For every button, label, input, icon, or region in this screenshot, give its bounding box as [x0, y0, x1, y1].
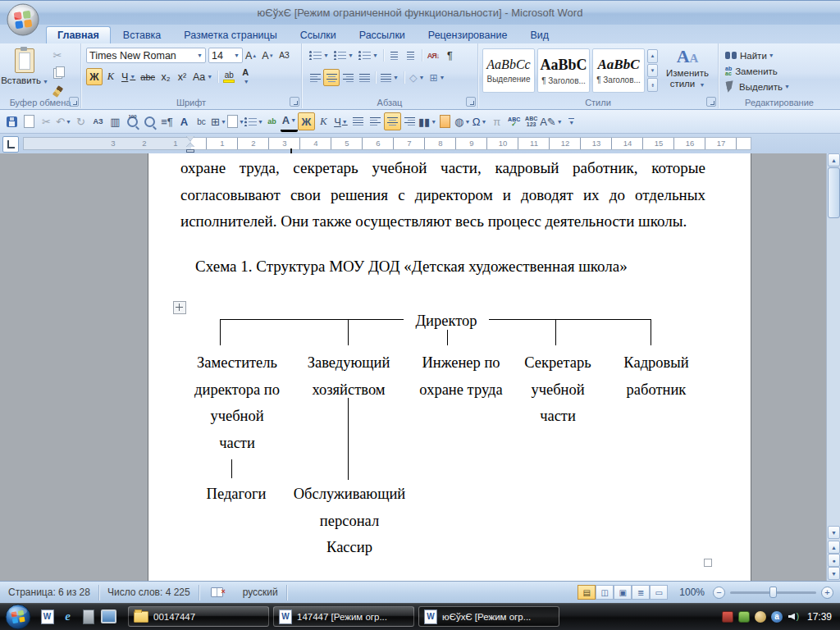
taskbar-clock[interactable]: 17:39 — [807, 611, 832, 623]
align-left-button[interactable] — [307, 69, 323, 86]
proofing-status[interactable] — [199, 585, 235, 600]
web-layout-view-button[interactable]: ▣ — [614, 585, 632, 600]
align-right-button[interactable] — [340, 69, 356, 86]
select-browse-object-button[interactable]: ● — [828, 554, 840, 567]
scroll-down-button[interactable]: ▼ — [828, 526, 840, 539]
taskbar-item-word-2-active[interactable]: W юЄўхЄ [Режим огр... — [418, 606, 559, 627]
styles-scroll-up[interactable]: ▲ — [647, 49, 658, 63]
font-color-icon[interactable]: А▼ — [281, 112, 298, 132]
toolbar-options-icon[interactable]: ▼ — [563, 112, 580, 130]
safely-remove-icon[interactable] — [738, 611, 750, 623]
subscript-button[interactable]: x₂ — [158, 68, 174, 85]
left-indent-marker[interactable] — [186, 149, 194, 153]
align-center-button[interactable] — [323, 69, 340, 86]
decrease-indent-button[interactable] — [386, 47, 403, 64]
tab-insert[interactable]: Вставка — [112, 27, 171, 43]
taskbar-item-folder[interactable]: 00147447 — [128, 606, 269, 627]
bold-button[interactable]: Ж — [86, 68, 103, 85]
font-size-combo[interactable]: 14 ▼ — [208, 48, 243, 63]
copy-button[interactable] — [49, 65, 66, 82]
formatting-marks-icon[interactable]: ≡¶ — [158, 112, 176, 130]
tab-references[interactable]: Ссылки — [290, 27, 347, 43]
first-line-indent-marker[interactable] — [186, 136, 194, 141]
clear-formatting-button[interactable]: АЗ — [276, 47, 293, 64]
multilevel-list-button[interactable]: ▼ — [356, 47, 381, 64]
cut-button[interactable]: ✂ — [49, 47, 66, 64]
zoom-level[interactable]: 100% — [679, 587, 705, 598]
columns-icon[interactable]: ▮▮▼ — [418, 112, 436, 130]
redo-icon[interactable]: ↻ — [72, 112, 89, 130]
full-screen-reading-button[interactable]: ◫ — [596, 585, 614, 600]
strikethrough-button[interactable]: abc — [138, 68, 158, 85]
zoom-out-button[interactable]: − — [713, 587, 725, 599]
change-case-button[interactable]: Aa▼ — [190, 68, 215, 85]
change-styles-button[interactable]: AA Изменить стили ▼ — [661, 47, 714, 94]
word-count-status[interactable]: Число слов: 4 225 — [99, 585, 199, 600]
bullets-button[interactable]: ▼ — [307, 47, 331, 64]
align-center-icon[interactable] — [384, 112, 401, 130]
start-button[interactable] — [5, 604, 31, 630]
office-button[interactable] — [6, 2, 40, 37]
justify-icon[interactable] — [349, 112, 367, 130]
tab-selector-button[interactable] — [2, 136, 19, 153]
increase-indent-button[interactable] — [403, 47, 419, 64]
font-dialog-launcher[interactable] — [290, 97, 299, 107]
replace-button[interactable]: abac Заменить — [725, 63, 840, 79]
style-card-vydelenie[interactable]: AaBbCc Выделение — [482, 48, 535, 93]
tab-mailings[interactable]: Рассылки — [349, 27, 416, 43]
bold-icon[interactable]: Ж — [298, 112, 315, 130]
find-button[interactable]: Найти ▼ — [725, 48, 840, 63]
scroll-thumb[interactable] — [828, 167, 840, 218]
align-left-icon[interactable] — [367, 112, 384, 130]
language-status[interactable]: русский — [235, 585, 287, 600]
scroll-up-button[interactable]: ▲ — [828, 153, 840, 167]
line-spacing-button[interactable]: ▼ — [378, 69, 401, 86]
save-icon[interactable] — [3, 112, 21, 130]
clear-format-icon[interactable]: АЗ — [89, 112, 107, 130]
vertical-scrollbar[interactable]: ▲ ▼ ▲ ● ▼ — [826, 153, 840, 581]
tab-page-layout[interactable]: Разметка страницы — [173, 27, 287, 43]
highlight-button[interactable]: ab — [221, 68, 237, 85]
styles-gallery-expand[interactable]: ⇟ — [647, 78, 658, 92]
tab-home[interactable]: Главная — [46, 26, 111, 43]
zoom-in-button[interactable]: + — [821, 587, 833, 599]
previous-page-button[interactable]: ▲ — [828, 541, 840, 554]
superscript-button[interactable]: x² — [174, 68, 190, 85]
shape-icon[interactable]: ◍▼ — [454, 112, 471, 130]
zoom-100-icon[interactable]: 100 — [124, 112, 141, 130]
pi-icon[interactable]: π — [488, 112, 505, 130]
new-document-icon[interactable] — [21, 112, 38, 130]
display-settings-icon[interactable] — [722, 611, 733, 623]
volume-icon[interactable] — [788, 611, 799, 623]
server-icon[interactable] — [80, 609, 96, 624]
page-icon[interactable]: ▼ — [227, 112, 244, 130]
letters-icon[interactable]: bc — [193, 112, 210, 130]
audio-mixer-icon[interactable] — [755, 611, 766, 623]
sort-button[interactable]: АЯ↓ — [425, 47, 441, 64]
grow-font-button[interactable]: А▲ — [243, 47, 259, 64]
tab-review[interactable]: Рецензирование — [418, 27, 518, 43]
style-card-heading2[interactable]: AaBbC ¶ Заголов... — [592, 48, 645, 93]
tab-view[interactable]: Вид — [519, 27, 559, 43]
draft-view-button[interactable]: ▭ — [650, 585, 668, 600]
language-indicator-icon[interactable]: a — [771, 611, 783, 623]
taskbar-item-word-1[interactable]: W 147447 [Режим огр... — [273, 606, 414, 627]
italic-icon[interactable]: К — [315, 112, 332, 130]
shading-button[interactable]: ◇▼ — [407, 69, 427, 86]
next-page-button[interactable]: ▼ — [828, 567, 840, 580]
zoom-slider-track[interactable] — [730, 591, 816, 594]
shrink-font-button[interactable]: А▼ — [259, 47, 276, 64]
font-color-button[interactable]: А▼ — [237, 68, 253, 85]
paragraph-dialog-launcher[interactable] — [466, 97, 476, 107]
table-icon[interactable]: ⊞▼ — [210, 112, 227, 130]
italic-button[interactable]: К — [103, 68, 119, 85]
style-card-heading1[interactable]: AaBbC ¶ Заголов... — [537, 48, 590, 93]
styles-scroll-down[interactable]: ▼ — [647, 64, 658, 78]
numbering-button[interactable]: ▼ — [331, 47, 356, 64]
orange-page-icon[interactable] — [436, 112, 454, 130]
paste-button[interactable]: Вставить▼ — [5, 47, 44, 94]
font-icon[interactable]: А — [176, 112, 193, 130]
underline-icon[interactable]: Ч▼ — [332, 112, 349, 130]
zoom-icon[interactable] — [141, 112, 158, 130]
styler-icon[interactable]: А✎▼ — [540, 112, 563, 130]
